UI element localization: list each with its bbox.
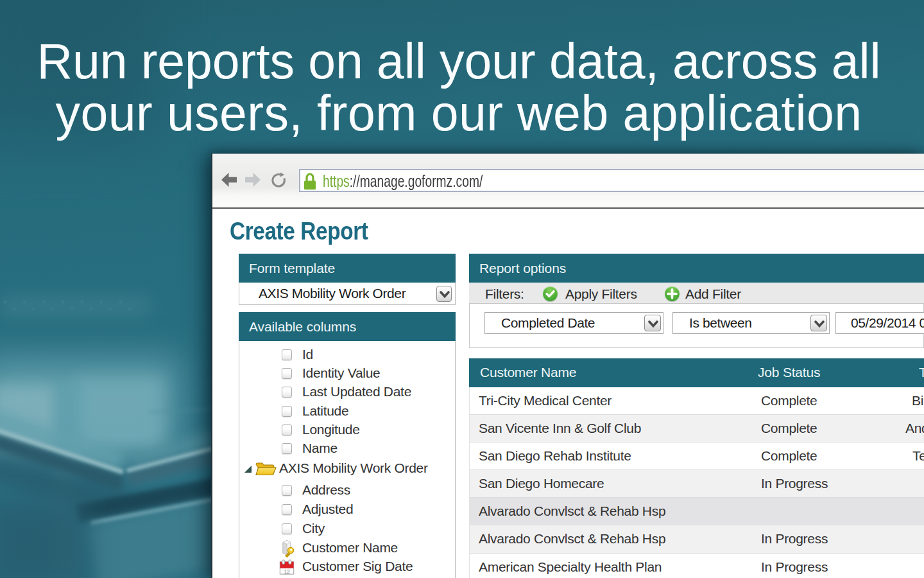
svg-text:12: 12 <box>284 568 290 575</box>
